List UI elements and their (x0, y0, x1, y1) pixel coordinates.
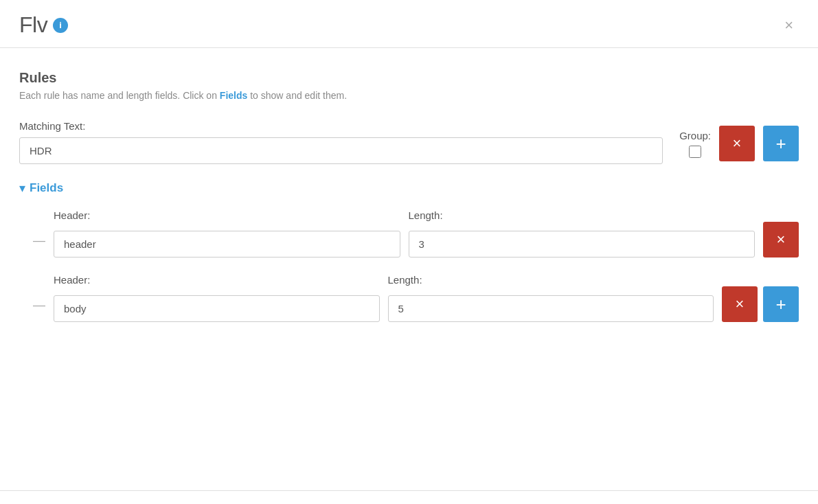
desc-end: to show and edit them. (247, 90, 347, 101)
remove-field-btn-2[interactable]: × (722, 286, 758, 322)
remove-field-btn-1[interactable]: × (763, 222, 799, 257)
group-actions-area: Group: × + (679, 120, 799, 161)
remove-rule-button[interactable]: × (719, 126, 755, 161)
header-input-1[interactable] (54, 231, 400, 257)
dialog-footer (0, 490, 818, 504)
dialog-title: Flv (19, 12, 47, 38)
desc-plain: Each rule has name and length fields. Cl… (19, 90, 220, 101)
fields-label: Fields (30, 181, 63, 195)
length-input-2[interactable] (388, 295, 714, 322)
matching-text-input[interactable] (19, 137, 663, 164)
rules-description: Each rule has name and length fields. Cl… (19, 90, 799, 101)
matching-text-label: Matching Text: (19, 120, 663, 132)
length-input-1[interactable] (409, 231, 755, 257)
header-label-1: Header: (54, 209, 400, 221)
title-area: Flv i (19, 12, 68, 38)
info-icon[interactable]: i (53, 18, 68, 33)
field-actions-2: × + (722, 286, 799, 322)
dialog-content: Rules Each rule has name and length fiel… (0, 48, 818, 490)
desc-link: Fields (220, 90, 247, 101)
field-row: — Header: Length: × (19, 209, 799, 257)
length-group-1: Length: (409, 209, 755, 257)
header-input-2[interactable] (54, 295, 380, 322)
rules-title: Rules (19, 70, 799, 86)
matching-text-row: Matching Text: Group: × + (19, 120, 799, 164)
matching-text-group: Matching Text: (19, 120, 663, 164)
header-label-2: Header: (54, 274, 380, 286)
length-label-2: Length: (388, 274, 714, 286)
field-row-2: — Header: Length: × + (19, 274, 799, 322)
fields-toggle[interactable]: ▾ Fields (19, 181, 799, 196)
dialog-header: Flv i × (0, 0, 818, 48)
group-label-area: Group: (679, 130, 711, 158)
close-button[interactable]: × (779, 15, 799, 36)
group-label: Group: (679, 130, 711, 141)
add-rule-button[interactable]: + (763, 126, 799, 161)
header-group-1: Header: (54, 209, 400, 257)
field-actions-1: × (763, 222, 799, 257)
remove-field-button-2[interactable]: — (33, 298, 45, 322)
group-checkbox[interactable] (689, 146, 701, 158)
add-field-btn-2[interactable]: + (763, 286, 799, 322)
remove-field-button-1[interactable]: — (33, 233, 45, 257)
rules-section: Rules Each rule has name and length fiel… (19, 70, 799, 164)
chevron-icon: ▾ (19, 181, 25, 196)
length-group-2: Length: (388, 274, 714, 322)
header-group-2: Header: (54, 274, 380, 322)
dialog: Flv i × Rules Each rule has name and len… (0, 0, 818, 504)
length-label-1: Length: (409, 209, 755, 221)
